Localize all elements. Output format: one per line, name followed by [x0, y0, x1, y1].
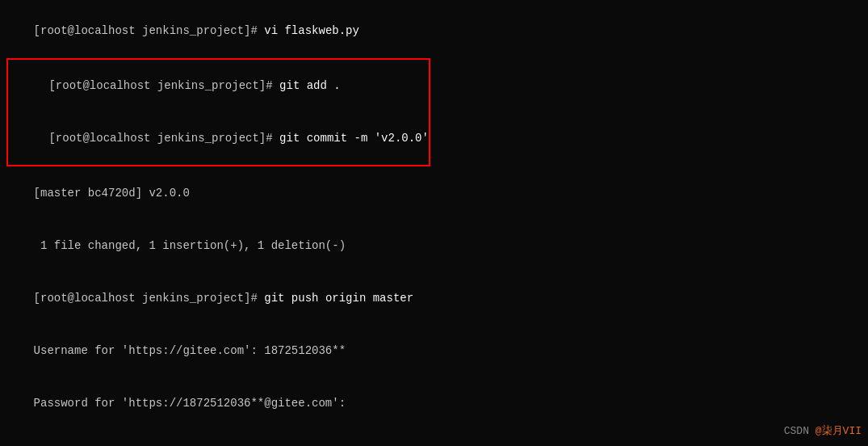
line-1: [root@localhost jenkins_project]# vi fla…: [6, 5, 862, 57]
cmd: vi flaskweb.py: [264, 24, 359, 37]
prompt: [root@localhost jenkins_project]#: [34, 292, 265, 305]
prompt: [root@localhost jenkins_project]#: [48, 79, 279, 92]
line-blank: [6, 431, 862, 447]
output-text: 1 file changed, 1 insertion(+), 1 deleti…: [34, 239, 346, 252]
line-4: [master bc4720d] v2.0.0: [6, 167, 862, 220]
cmd-git-commit: git commit -m 'v2.0.0': [279, 132, 429, 145]
cmd-git-push-1: git push origin master: [264, 292, 413, 305]
line-5: 1 file changed, 1 insertion(+), 1 deleti…: [6, 220, 862, 272]
output-text: Username for 'https://gitee.com': 187251…: [34, 344, 346, 357]
prompt: [root@localhost jenkins_project]#: [48, 132, 279, 145]
csdn-author: @柒月VII: [816, 425, 862, 437]
box-highlight-1: [root@localhost jenkins_project]# git ad…: [6, 58, 430, 166]
cmd-git-add: git add .: [279, 79, 341, 92]
output-text: Password for 'https://1872512036**@gitee…: [34, 397, 346, 410]
line-2: [root@localhost jenkins_project]# git ad…: [8, 60, 429, 112]
output-text: [master bc4720d] v2.0.0: [34, 187, 190, 200]
csdn-text: CSDN: [784, 425, 816, 437]
line-3: [root@localhost jenkins_project]# git co…: [8, 112, 429, 165]
prompt: [root@localhost jenkins_project]#: [34, 24, 265, 37]
line-6: [root@localhost jenkins_project]# git pu…: [6, 272, 862, 325]
line-8: Password for 'https://1872512036**@gitee…: [6, 377, 862, 430]
terminal: [root@localhost jenkins_project]# vi fla…: [0, 0, 868, 446]
csdn-watermark: CSDN @柒月VII: [784, 423, 862, 438]
line-7: Username for 'https://gitee.com': 187251…: [6, 325, 862, 377]
